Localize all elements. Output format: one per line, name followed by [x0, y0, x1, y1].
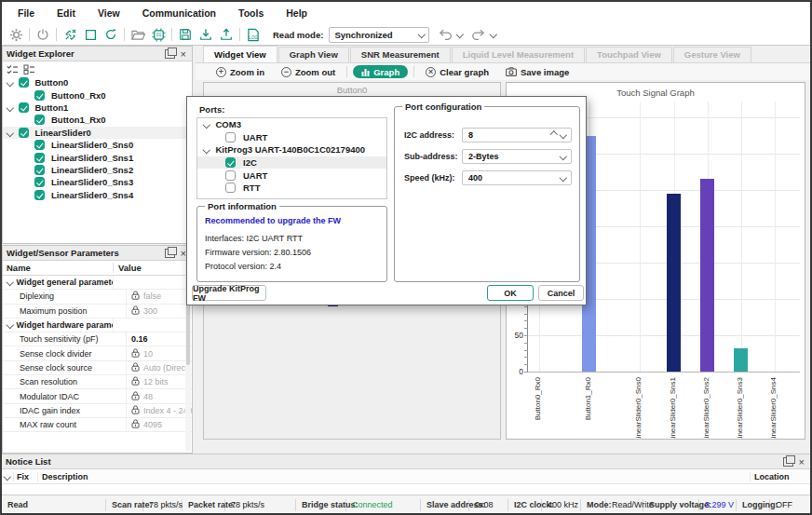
interface-checkbox[interactable]	[225, 183, 236, 193]
undo-button[interactable]	[435, 26, 463, 43]
chart-bar-linearslider0_sns3[interactable]	[734, 348, 748, 372]
menu-view[interactable]: View	[88, 2, 130, 24]
menu-help[interactable]: Help	[276, 2, 318, 24]
tree-item-button1[interactable]: Button1	[3, 102, 192, 114]
float-panel-icon[interactable]	[165, 49, 175, 59]
tree-item-linearslider0_sns1[interactable]: LinearSlider0_Sns1	[3, 151, 192, 163]
upgrade-recommendation-link[interactable]: Recommended to upgrade the FW	[205, 216, 386, 225]
widget-checkbox[interactable]	[19, 128, 29, 138]
tab-snr-measurement[interactable]: SNR Measurement	[350, 47, 451, 62]
ok-button[interactable]: OK	[487, 285, 534, 301]
zoom-in-button[interactable]: + Zoom in	[210, 67, 270, 77]
tab-graph-view[interactable]: Graph View	[278, 47, 349, 62]
tab-widget-view[interactable]: Widget View	[203, 46, 277, 62]
widget-checkbox[interactable]	[19, 77, 29, 88]
chevron-down-icon[interactable]	[559, 131, 566, 139]
expand-chevron-icon[interactable]	[203, 146, 210, 154]
uncheck-all-icon[interactable]	[23, 64, 35, 75]
tree-item-linearslider0_sns3[interactable]: LinearSlider0_Sns3	[3, 176, 192, 188]
sensor-checkbox[interactable]	[34, 177, 45, 187]
menu-tools[interactable]: Tools	[228, 2, 274, 24]
status-packet-rate-: Packet rate:	[183, 499, 225, 511]
import-icon[interactable]	[196, 26, 215, 43]
i2c-address-spinner[interactable]: 8	[462, 128, 572, 142]
config-select[interactable]: 2-Bytes	[462, 149, 572, 164]
program-chip-icon[interactable]: 01	[149, 26, 168, 43]
interface-checkbox[interactable]	[225, 157, 236, 168]
widget-checkbox[interactable]	[19, 102, 29, 113]
widget-explorer-tools	[3, 61, 192, 76]
sensor-checkbox[interactable]	[34, 90, 45, 101]
sensor-checkbox[interactable]	[34, 153, 45, 163]
x-axis-label: Button0_Rx0	[534, 377, 542, 420]
collapse-icon[interactable]	[4, 473, 11, 481]
zoom-out-button[interactable]: − Zoom out	[276, 67, 341, 77]
check-all-icon[interactable]	[7, 64, 19, 75]
expand-chevron-icon[interactable]	[7, 129, 14, 136]
tree-item-button1_rx0[interactable]: Button1_Rx0	[3, 114, 192, 126]
capsense-tuner-window: FileEditViewCommunicationToolsHelp 01LOG…	[0, 0, 812, 515]
spin-up-icon[interactable]	[550, 131, 558, 139]
toolbar-separator	[124, 28, 125, 41]
port-interface-uart[interactable]: UART	[197, 169, 386, 182]
close-panel-icon[interactable]: ×	[181, 49, 186, 59]
export-icon[interactable]	[217, 26, 236, 43]
expand-chevron-icon[interactable]	[203, 121, 210, 129]
group-chevron-icon[interactable]	[7, 321, 14, 329]
chart-bar-linearslider0_sns2[interactable]	[700, 179, 714, 372]
float-panel-icon[interactable]	[165, 249, 175, 258]
restart-icon[interactable]	[102, 26, 120, 43]
tree-item-button0_rx0[interactable]: Button0_Rx0	[3, 88, 192, 101]
tab-liquid-level-measurement: Liquid Level Measurement	[452, 47, 585, 62]
clear-graph-button[interactable]: × Clear graph	[420, 67, 494, 77]
cancel-button[interactable]: Cancel	[538, 285, 584, 301]
interface-checkbox[interactable]	[225, 132, 236, 142]
settings-icon[interactable]	[7, 26, 25, 43]
log-icon[interactable]: LOG	[244, 26, 263, 43]
toolbar-separator	[29, 28, 30, 41]
param-value[interactable]: 0.16	[126, 332, 192, 346]
open-folder-icon[interactable]	[129, 26, 147, 43]
sensor-checkbox[interactable]	[34, 190, 45, 200]
chevron-down-icon[interactable]	[559, 153, 566, 160]
port-interface-uart[interactable]: UART	[197, 131, 386, 144]
expand-chevron-icon[interactable]	[7, 79, 14, 87]
menu-communication[interactable]: Communication	[132, 2, 226, 24]
port-com3[interactable]: COM3	[197, 118, 386, 131]
sensor-checkbox[interactable]	[34, 115, 45, 125]
port-interface-rtt[interactable]: RTT	[197, 182, 386, 195]
group-chevron-icon[interactable]	[7, 278, 14, 286]
tree-item-linearslider0_sns0[interactable]: LinearSlider0_Sns0	[3, 139, 192, 151]
tree-item-linearslider0[interactable]: LinearSlider0	[3, 127, 192, 139]
read-mode-select[interactable]: Synchronized	[329, 27, 429, 43]
menu-file[interactable]: File	[7, 2, 45, 24]
chart-bar-linearslider0_sns1[interactable]	[667, 194, 681, 372]
interface-checkbox[interactable]	[225, 170, 236, 181]
tree-item-button0[interactable]: Button0	[3, 76, 192, 88]
tree-item-linearslider0_sns2[interactable]: LinearSlider0_Sns2	[3, 164, 192, 176]
save-image-button[interactable]: Save image	[500, 67, 575, 77]
expand-chevron-icon[interactable]	[7, 104, 14, 112]
menu-edit[interactable]: Edit	[47, 2, 86, 24]
x-axis-label: LinearSlider0_Sns3	[736, 377, 744, 440]
port-kitprog3[interactable]: KitProg3 UART-140B0C1C02179400	[197, 143, 386, 156]
disconnect-icon[interactable]	[61, 26, 79, 43]
param-name: Widget general parameters	[3, 278, 113, 287]
redo-button[interactable]	[468, 26, 496, 43]
graph-button[interactable]: Graph	[353, 65, 408, 78]
config-select[interactable]: 400	[462, 170, 572, 185]
notice-titlebar: Notice List ×	[2, 454, 810, 469]
chevron-down-icon[interactable]	[559, 174, 566, 182]
sensor-checkbox[interactable]	[34, 165, 45, 175]
close-panel-icon[interactable]: ×	[799, 457, 805, 467]
tree-item-linearslider0_sns4[interactable]: LinearSlider0_Sns4	[3, 189, 192, 201]
param-name: Scan resolution	[3, 377, 126, 386]
power-icon[interactable]	[34, 26, 52, 43]
port-interface-i2c[interactable]: I2C	[197, 156, 386, 169]
upgrade-kitprog-button[interactable]: Upgrade KitProg FW	[192, 285, 266, 301]
save-icon[interactable]	[176, 26, 195, 43]
sensor-checkbox[interactable]	[34, 140, 45, 150]
float-panel-icon[interactable]	[783, 457, 793, 467]
stop-icon[interactable]	[81, 26, 100, 43]
parameters-panel: Widget/Sensor Parameters × Name Value Wi…	[2, 245, 193, 454]
